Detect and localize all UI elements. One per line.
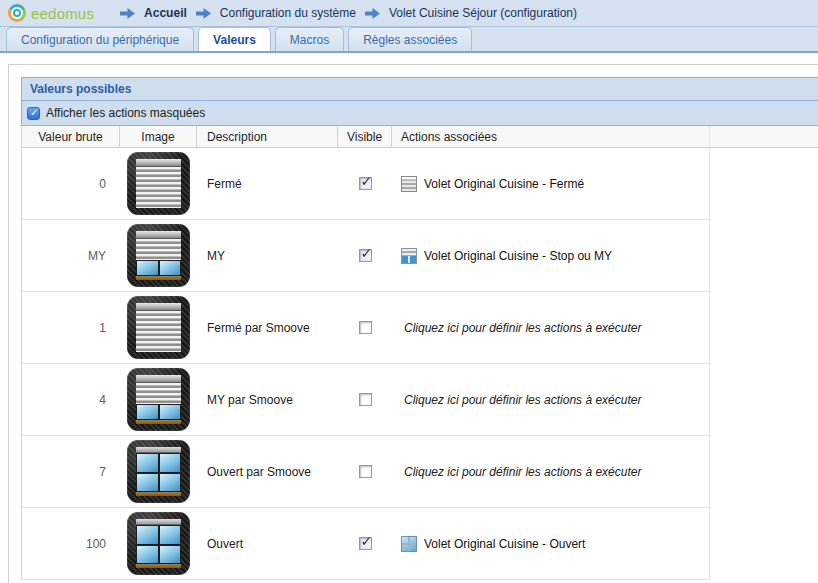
tab-valeurs[interactable]: Valeurs — [198, 27, 271, 51]
row-extra — [710, 364, 818, 436]
breadcrumb-arrow-icon — [196, 8, 211, 19]
raw-value-cell: 0 — [22, 148, 120, 219]
row-extra — [710, 436, 818, 508]
table-row: 1Fermé par SmooveCliquez ici pour défini… — [22, 292, 818, 364]
shutter-closed-icon — [401, 176, 417, 192]
device-image-window-open[interactable] — [127, 440, 190, 503]
possible-values-panel: Valeurs possibles Afficher les actions m… — [21, 77, 818, 126]
column-header-actions: Actions associées — [392, 126, 709, 147]
table-row: MYMYVolet Original Cuisine - Stop ou MY — [22, 220, 818, 292]
shutter-my-icon — [401, 248, 417, 264]
show-hidden-actions-label: Afficher les actions masquées — [46, 106, 205, 120]
top-bar: eedomus AccueilConfiguration du systèmeV… — [0, 0, 818, 27]
show-hidden-actions-row: Afficher les actions masquées — [22, 101, 818, 125]
breadcrumb: AccueilConfiguration du systèmeVolet Cui… — [118, 6, 577, 20]
window-open-icon — [401, 536, 417, 552]
tab-macros[interactable]: Macros — [275, 27, 344, 51]
raw-value-cell: 4 — [22, 364, 120, 435]
visible-checkbox[interactable] — [359, 249, 372, 262]
image-cell — [120, 364, 197, 435]
description-cell: Ouvert — [197, 508, 338, 579]
device-image-shutter-my[interactable] — [127, 224, 190, 287]
breadcrumb-item[interactable]: Configuration du système — [220, 6, 356, 20]
tab-r-gles-associ-es[interactable]: Règles associées — [348, 27, 472, 51]
description-cell: MY par Smoove — [197, 364, 338, 435]
show-hidden-actions-checkbox[interactable] — [27, 107, 40, 120]
visible-cell — [338, 292, 392, 363]
row-extra — [710, 220, 818, 292]
visible-checkbox[interactable] — [359, 465, 372, 478]
breadcrumb-arrow-icon — [120, 8, 135, 19]
table-row: 4MY par SmooveCliquez ici pour définir l… — [22, 364, 818, 436]
visible-cell — [338, 436, 392, 507]
table-header-row: Valeur bruteImageDescriptionVisibleActio… — [22, 126, 818, 148]
associated-action-label: Volet Original Cuisine - Fermé — [424, 177, 584, 191]
visible-cell — [338, 148, 392, 219]
column-header-image: Image — [120, 126, 197, 147]
define-actions-link[interactable]: Cliquez ici pour définir les actions à e… — [401, 321, 641, 335]
device-image-shutter-my[interactable] — [127, 368, 190, 431]
actions-cell: Volet Original Cuisine - Fermé — [392, 148, 709, 219]
define-actions-link[interactable]: Cliquez ici pour définir les actions à e… — [401, 465, 641, 479]
table-body: 0FerméVolet Original Cuisine - FerméMYMY… — [22, 148, 818, 580]
breadcrumb-item[interactable]: Accueil — [144, 6, 187, 20]
eedomus-logo-text: eedomus — [31, 5, 94, 22]
device-image-shutter-closed[interactable] — [127, 296, 190, 359]
image-cell — [120, 292, 197, 363]
table-row: 7Ouvert par SmooveCliquez ici pour défin… — [22, 436, 818, 508]
actions-cell: Cliquez ici pour définir les actions à e… — [392, 364, 709, 435]
table-header-cells: Valeur bruteImageDescriptionVisibleActio… — [22, 126, 710, 147]
define-actions-link[interactable]: Cliquez ici pour définir les actions à e… — [401, 393, 641, 407]
column-header-visible: Visible — [338, 126, 392, 147]
raw-value-cell: 1 — [22, 292, 120, 363]
raw-value-cell: 100 — [22, 508, 120, 579]
visible-checkbox[interactable] — [359, 321, 372, 334]
description-cell: Fermé par Smoove — [197, 292, 338, 363]
eedomus-logo[interactable]: eedomus — [8, 4, 94, 22]
visible-checkbox[interactable] — [359, 393, 372, 406]
device-image-shutter-closed[interactable] — [127, 152, 190, 215]
actions-cell: Cliquez ici pour définir les actions à e… — [392, 292, 709, 363]
row-extra — [710, 148, 818, 220]
associated-action-label: Volet Original Cuisine - Stop ou MY — [424, 249, 612, 263]
panel-title: Valeurs possibles — [22, 78, 818, 101]
image-cell — [120, 148, 197, 219]
row-extra — [710, 292, 818, 364]
breadcrumb-arrow-icon — [365, 8, 380, 19]
associated-action-link[interactable]: Volet Original Cuisine - Fermé — [401, 176, 584, 192]
tab-configuration-du-p-riph-rique[interactable]: Configuration du périphérique — [6, 27, 194, 51]
row-extra — [710, 508, 818, 580]
image-cell — [120, 220, 197, 291]
values-table: Valeur bruteImageDescriptionVisibleActio… — [21, 126, 818, 580]
table-row: 100OuvertVolet Original Cuisine - Ouvert — [22, 508, 818, 580]
associated-action-link[interactable]: Volet Original Cuisine - Stop ou MY — [401, 248, 612, 264]
associated-action-label: Volet Original Cuisine - Ouvert — [424, 537, 585, 551]
raw-value-cell: MY — [22, 220, 120, 291]
image-cell — [120, 436, 197, 507]
raw-value-cell: 7 — [22, 436, 120, 507]
actions-cell: Volet Original Cuisine - Ouvert — [392, 508, 709, 579]
visible-checkbox[interactable] — [359, 177, 372, 190]
column-header-desc: Description — [197, 126, 338, 147]
tab-bar: Configuration du périphériqueValeursMacr… — [0, 27, 818, 53]
device-image-window-open[interactable] — [127, 512, 190, 575]
actions-cell: Cliquez ici pour définir les actions à e… — [392, 436, 709, 507]
breadcrumb-item[interactable]: Volet Cuisine Séjour (configuration) — [389, 6, 577, 20]
description-cell: Ouvert par Smoove — [197, 436, 338, 507]
actions-cell: Volet Original Cuisine - Stop ou MY — [392, 220, 709, 291]
eedomus-logo-icon — [8, 4, 26, 22]
image-cell — [120, 508, 197, 579]
visible-cell — [338, 508, 392, 579]
description-cell: Fermé — [197, 148, 338, 219]
associated-action-link[interactable]: Volet Original Cuisine - Ouvert — [401, 536, 585, 552]
visible-checkbox[interactable] — [359, 537, 372, 550]
visible-cell — [338, 220, 392, 291]
visible-cell — [338, 364, 392, 435]
table-header-extra — [710, 126, 818, 147]
column-header-value: Valeur brute — [22, 126, 120, 147]
content-container: Valeurs possibles Afficher les actions m… — [8, 64, 818, 583]
description-cell: MY — [197, 220, 338, 291]
table-row: 0FerméVolet Original Cuisine - Fermé — [22, 148, 818, 220]
